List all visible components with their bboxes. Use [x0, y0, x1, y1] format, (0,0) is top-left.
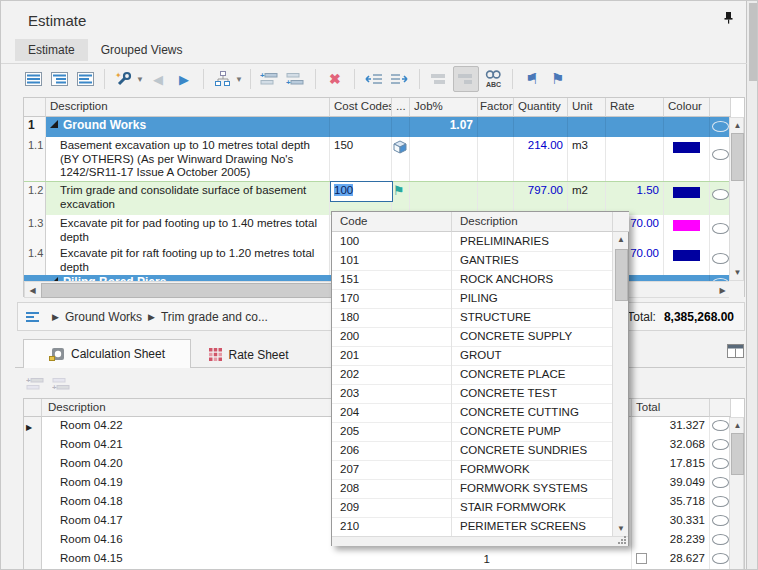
vscroll-thumb[interactable]	[731, 133, 744, 181]
description-cell[interactable]: Room 04.15	[42, 550, 632, 569]
code-cell[interactable]: 205	[332, 422, 452, 441]
oval-icon[interactable]	[712, 253, 729, 264]
scroll-up-icon[interactable]: ▲	[730, 118, 745, 133]
colour-cell[interactable]	[664, 215, 710, 245]
window-scrollbar[interactable]	[746, 1, 758, 570]
dropdown-vscrollbar[interactable]: ▲ ▼	[612, 232, 628, 536]
colour-swatch[interactable]	[673, 187, 700, 198]
tree-view-button[interactable]	[211, 67, 235, 91]
code-cell[interactable]: 201	[332, 346, 452, 365]
cost-code-cell[interactable]: 150	[330, 137, 392, 181]
column-header-job-pct[interactable]: Job%	[410, 98, 478, 117]
insert-calc-row-above-button[interactable]: +	[23, 372, 47, 396]
dropdown-item[interactable]: 209STAIR FORMWORK	[332, 498, 613, 518]
status-oval-cell[interactable]	[710, 117, 731, 137]
customize-button[interactable]: ✦	[112, 67, 136, 91]
dropdown-item[interactable]: 204CONCRETE CUTTING	[332, 403, 613, 423]
total-cell[interactable]: 39.049	[632, 474, 710, 493]
description-cell[interactable]: GANTRIES	[452, 251, 613, 270]
dropdown-header-description[interactable]: Description	[452, 212, 613, 232]
vscroll-thumb[interactable]	[615, 249, 628, 301]
dropdown-item[interactable]: 202CONCRETE PLACE	[332, 365, 613, 385]
description-cell[interactable]: Excavate pit for raft footing up to 1.20…	[46, 245, 330, 275]
view-option-button-1[interactable]	[21, 67, 45, 91]
column-header-rate[interactable]: Rate	[606, 98, 664, 117]
scroll-left-icon[interactable]: ◀	[25, 282, 40, 297]
cell[interactable]	[568, 117, 606, 137]
cost-code-editor-value[interactable]: 100	[334, 184, 353, 196]
scroll-up-icon[interactable]: ▲	[730, 418, 745, 433]
code-cell[interactable]: 101	[332, 251, 452, 270]
colour-swatch[interactable]	[673, 142, 700, 153]
scroll-down-icon[interactable]: ▼	[730, 265, 745, 280]
colour-cell[interactable]	[664, 117, 710, 137]
cell[interactable]	[514, 117, 568, 137]
dropdown-item[interactable]: 205CONCRETE PUMP	[332, 422, 613, 442]
status-oval-cell[interactable]	[710, 137, 731, 181]
spell-check-button[interactable]: ABC	[481, 67, 505, 91]
oval-icon[interactable]	[712, 189, 729, 200]
dropdown-header-code[interactable]: Code	[332, 212, 452, 232]
oval-icon[interactable]	[712, 496, 729, 507]
group-rows-button-2[interactable]	[453, 66, 479, 92]
total-cell[interactable]: 31.327	[632, 417, 710, 436]
dropdown-item[interactable]: 201GROUT	[332, 346, 613, 366]
forward-button[interactable]: ▶	[172, 67, 196, 91]
colour-swatch[interactable]	[673, 250, 700, 261]
dropdown-item[interactable]: 180STRUCTURE	[332, 308, 613, 328]
status-oval-cell[interactable]	[710, 455, 731, 474]
customize-caret-icon[interactable]: ▼	[136, 75, 144, 84]
cost-code-editor[interactable]: 100	[330, 181, 393, 202]
unit-cell[interactable]: m3	[568, 137, 606, 181]
delete-row-button[interactable]: ✖	[323, 67, 347, 91]
colour-swatch[interactable]	[673, 220, 700, 231]
oval-icon[interactable]	[712, 534, 729, 545]
description-cell[interactable]: FORMWORK	[452, 460, 613, 479]
scroll-up-icon[interactable]: ▲	[613, 232, 629, 247]
column-header-total[interactable]: Total	[632, 399, 710, 417]
code-cell[interactable]: 206	[332, 441, 452, 460]
description-cell[interactable]: Basement excavation up to 10 metres tota…	[46, 137, 330, 181]
description-cell[interactable]: PERIMETER SCREENS	[452, 517, 613, 536]
dropdown-item[interactable]: 208FORMWORK SYSTEMS	[332, 479, 613, 499]
column-header-factor[interactable]: Factor	[478, 98, 514, 117]
scroll-down-icon[interactable]: ▼	[613, 521, 629, 536]
description-cell[interactable]: CONCRETE SUPPLY	[452, 327, 613, 346]
column-header-cost-codes[interactable]: Cost Codes	[330, 98, 392, 117]
grid-vscrollbar[interactable]: ▲ ▼	[729, 117, 744, 281]
code-cell[interactable]: 151	[332, 270, 452, 289]
description-cell[interactable]: CONCRETE SUNDRIES	[452, 441, 613, 460]
code-cell[interactable]: 204	[332, 403, 452, 422]
calc-grid-vscrollbar[interactable]: ▲	[729, 417, 744, 570]
dropdown-item[interactable]: 203CONCRETE TEST	[332, 384, 613, 404]
vscroll-thumb[interactable]	[731, 433, 744, 475]
description-cell[interactable]: STRUCTURE	[452, 308, 613, 327]
code-cell[interactable]: 208	[332, 479, 452, 498]
back-button[interactable]: ◀	[146, 67, 170, 91]
oval-icon[interactable]	[712, 553, 729, 564]
status-oval-cell[interactable]	[710, 417, 731, 436]
dropdown-item[interactable]: 101GANTRIES	[332, 251, 613, 271]
code-cell[interactable]: 202	[332, 365, 452, 384]
status-oval-cell[interactable]	[710, 474, 731, 493]
oval-icon[interactable]	[712, 458, 729, 469]
split-view-button[interactable]	[727, 344, 744, 361]
description-cell[interactable]: STAIR FORMWORK	[452, 498, 613, 517]
code-cell[interactable]: 180	[332, 308, 452, 327]
status-oval-cell[interactable]	[710, 215, 731, 245]
quantity-cell[interactable]: 1	[470, 553, 490, 565]
cell[interactable]	[478, 137, 514, 181]
tree-view-caret-icon[interactable]: ▼	[235, 75, 243, 84]
status-oval-cell[interactable]	[710, 436, 731, 455]
cell[interactable]	[392, 117, 410, 137]
oval-icon[interactable]	[712, 149, 729, 160]
oval-icon[interactable]	[712, 477, 729, 488]
total-cell[interactable]: 28.627	[632, 550, 710, 569]
tab-grouped-views[interactable]: Grouped Views	[88, 39, 196, 61]
oval-icon[interactable]	[712, 420, 729, 431]
code-cell[interactable]: 170	[332, 289, 452, 308]
cell[interactable]	[606, 117, 664, 137]
oval-icon[interactable]	[712, 121, 729, 132]
view-option-button-3[interactable]	[73, 67, 97, 91]
colour-cell[interactable]	[664, 245, 710, 275]
